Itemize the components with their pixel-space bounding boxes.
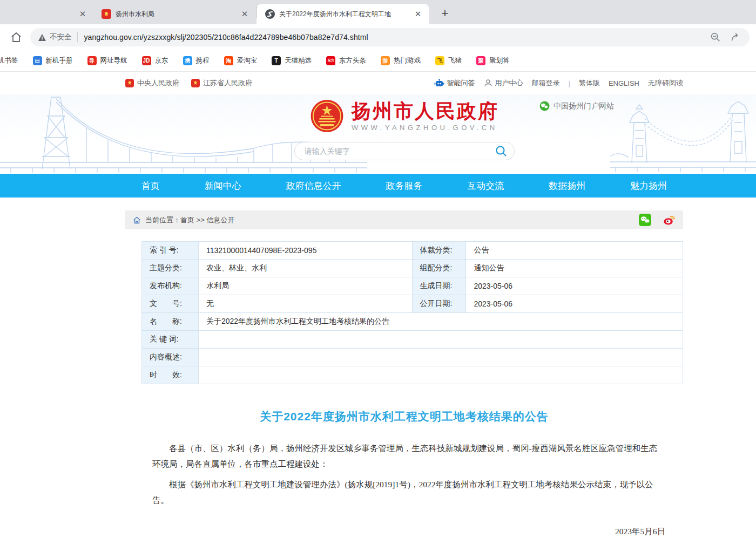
tab-active-announcement[interactable]: 关于2022年度扬州市水利工程文明工地 ✕	[256, 4, 429, 24]
site-search-box[interactable]	[294, 142, 515, 160]
bookmark-label: 天猫精选	[285, 56, 312, 65]
meta-value: 2023-05-06	[466, 295, 683, 313]
nav-item-news[interactable]: 新闻中心	[205, 180, 241, 192]
search-icon[interactable]	[495, 145, 508, 158]
utility-divider: |	[569, 79, 570, 87]
nav-item-services[interactable]: 政务服务	[386, 180, 422, 192]
bookmark-item[interactable]: T 天猫精选	[272, 56, 312, 65]
page-content: 当前位置： 首页 >> 信息公开 索	[125, 210, 683, 538]
zoom-out-icon[interactable]	[710, 31, 721, 43]
bookmark-item[interactable]: ▤ 新机手册	[33, 56, 73, 65]
bookmark-favicon-icon: 游	[381, 56, 390, 65]
wechat-icon	[539, 101, 550, 111]
wechat-share-icon[interactable]	[639, 214, 651, 226]
site-title: 扬州市人民政府	[352, 100, 499, 122]
nav-item-interaction[interactable]: 互动交流	[467, 180, 504, 192]
portal-label[interactable]: 中国扬州门户网站	[539, 101, 614, 111]
breadcrumb-path[interactable]: 首页 >> 信息公开	[180, 215, 234, 225]
table-row: 关 键 词:	[142, 331, 683, 349]
link-central-gov[interactable]: ★ 中央人民政府	[125, 78, 179, 88]
home-icon[interactable]	[10, 31, 23, 44]
weibo-share-icon[interactable]	[663, 214, 676, 226]
user-center-label: 用户中心	[495, 78, 523, 88]
close-icon[interactable]: ✕	[239, 8, 251, 20]
meta-value: 关于2022年度扬州市水利工程文明工地考核结果的公告	[198, 313, 683, 331]
browser-window: ✕ ★ 扬州市水利局 ✕ 关于2022年度扬州市水利工程文明工地 ✕ +	[0, 0, 756, 538]
traditional-version-link[interactable]: 繁体版	[579, 78, 600, 88]
article-title: 关于2022年度扬州市水利工程文明工地考核结果的公告	[125, 409, 683, 424]
nav-item-info-disclosure[interactable]: 政府信息公开	[286, 180, 341, 192]
meta-value: 11321000014407098E-2023-095	[198, 242, 412, 260]
bookmark-favicon-icon: 携	[183, 56, 192, 65]
bookmark-favicon-icon: JD	[142, 56, 151, 65]
mail-login-link[interactable]: 邮箱登录	[532, 78, 560, 88]
bookmarks-bar: 机书签 ▤ 新机手册 导 网址导航 JD 京东 携 携程 淘 爱淘宝 T 天猫精…	[0, 50, 756, 72]
bookmark-item[interactable]: 聚 聚划算	[476, 56, 510, 65]
document-meta-table: 索 引 号: 11321000014407098E-2023-095 体裁分类:…	[141, 241, 683, 384]
bookmark-item[interactable]: 游 热门游戏	[381, 56, 421, 65]
breadcrumb-home-icon[interactable]	[133, 216, 141, 224]
meta-value: 水利局	[198, 277, 412, 295]
url-text[interactable]: yangzhou.gov.cn/yzszxxgk/slj/202305/210c…	[84, 33, 368, 42]
site-header-banner: 扬州市人民政府 WWW.YANGZHOU.GOV.CN 中国扬州门户网站	[0, 94, 756, 174]
close-icon[interactable]: ✕	[77, 8, 89, 20]
user-icon	[484, 79, 492, 87]
user-center-link[interactable]: 用户中心	[484, 78, 523, 88]
bookmark-item[interactable]: JD 京东	[142, 56, 168, 65]
new-tab-button[interactable]: +	[437, 6, 453, 22]
nav-item-home[interactable]: 首页	[141, 180, 160, 192]
tab-leftmost-partial[interactable]: ✕	[0, 4, 93, 24]
address-bar[interactable]: 不安全 yangzhou.gov.cn/yzszxxgk/slj/202305/…	[30, 28, 750, 46]
accessibility-link[interactable]: 无障碍阅读	[648, 78, 683, 88]
bookmark-item[interactable]: 东方 东方头条	[326, 56, 366, 65]
meta-label: 关 键 词:	[142, 331, 199, 349]
bookmark-label: 热门游戏	[394, 56, 421, 65]
table-row: 时 效:	[142, 366, 683, 384]
link-label: 江苏省人民政府	[203, 78, 252, 88]
bookmark-label: 京东	[155, 56, 168, 65]
bookmark-item[interactable]: 淘 爱淘宝	[224, 56, 258, 65]
share-icon[interactable]	[730, 31, 742, 43]
site-utility-bar: ★ 中央人民政府 ★ 江苏省人民政府 智能问答	[0, 72, 756, 94]
bookmark-item[interactable]: 机书签	[0, 56, 18, 65]
table-row: 文 号: 无 公开日期: 2023-05-06	[142, 295, 683, 313]
search-input[interactable]	[305, 147, 495, 155]
security-label[interactable]: 不安全	[50, 32, 72, 42]
bookmark-favicon-icon: 东方	[326, 56, 335, 65]
main-nav: 首页 新闻中心 政府信息公开 政务服务 互动交流 数据扬州 魅力扬州	[0, 174, 756, 198]
breadcrumb: 当前位置： 首页 >> 信息公开	[125, 210, 683, 229]
smart-qa-link[interactable]: 智能问答	[434, 78, 475, 88]
article-paragraph: 根据《扬州市水利工程文明工地建设管理办法》(扬水规[2019]1号)，2022年…	[152, 476, 665, 508]
bookmark-item[interactable]: 飞 飞猪	[435, 56, 462, 65]
meta-label: 组配分类:	[412, 260, 466, 277]
bookmark-favicon-icon: T	[272, 56, 281, 65]
close-icon[interactable]: ✕	[412, 8, 424, 20]
english-version-link[interactable]: ENGLISH	[609, 79, 639, 87]
tab-title: 扬州市水利局	[116, 10, 239, 19]
bookmark-item[interactable]: 导 网址导航	[87, 56, 127, 65]
browser-logo-icon	[265, 9, 275, 19]
bookmark-label: 聚划算	[489, 56, 510, 65]
bookmark-favicon-icon: 导	[87, 56, 97, 65]
article-paragraph: 各县（市、区）水利（务）局，扬州经济开发区城乡事务管理局，生态科技新城规划建设局…	[152, 440, 665, 472]
nav-item-data[interactable]: 数据扬州	[549, 180, 585, 192]
bookmark-favicon-icon: 聚	[476, 56, 485, 65]
site-logo[interactable]: 扬州市人民政府 WWW.YANGZHOU.GOV.CN	[309, 99, 499, 133]
bookmark-item[interactable]: 携 携程	[183, 56, 210, 65]
bookmark-favicon-icon: 淘	[224, 56, 233, 65]
bookmark-favicon-icon: 飞	[435, 56, 444, 65]
nav-item-charm[interactable]: 魅力扬州	[630, 180, 667, 192]
link-jiangsu-gov[interactable]: ★ 江苏省人民政府	[191, 78, 252, 88]
national-emblem-icon	[309, 99, 344, 133]
breadcrumb-label: 当前位置：	[145, 215, 180, 225]
table-row: 索 引 号: 11321000014407098E-2023-095 体裁分类:…	[142, 242, 683, 260]
bookmark-favicon-icon: ▤	[33, 56, 42, 65]
bookmark-label: 携程	[196, 56, 210, 65]
meta-label: 时 效:	[142, 366, 199, 384]
meta-label: 索 引 号:	[142, 242, 199, 260]
meta-value	[198, 331, 683, 349]
gov-emblem-favicon-icon: ★	[102, 9, 111, 19]
gov-emblem-icon: ★	[191, 79, 200, 87]
tab-shuiliju[interactable]: ★ 扬州市水利局 ✕	[93, 4, 256, 24]
table-row: 发布机构: 水利局 生成日期: 2023-05-06	[142, 277, 683, 295]
